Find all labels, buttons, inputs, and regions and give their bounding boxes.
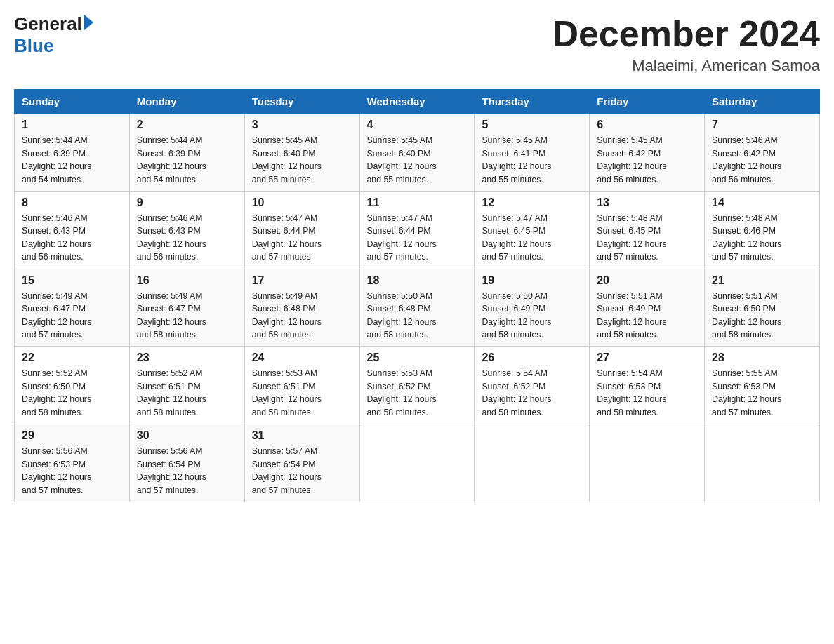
page-header: General Blue December 2024 Malaeimi, Ame…	[14, 14, 820, 75]
day-info: Sunrise: 5:53 AMSunset: 6:52 PMDaylight:…	[367, 368, 437, 417]
day-info: Sunrise: 5:54 AMSunset: 6:53 PMDaylight:…	[597, 368, 666, 417]
col-saturday: Saturday	[705, 90, 820, 114]
calendar-cell: 12 Sunrise: 5:47 AMSunset: 6:45 PMDaylig…	[475, 191, 590, 269]
day-info: Sunrise: 5:44 AMSunset: 6:39 PMDaylight:…	[137, 135, 206, 184]
day-number: 7	[712, 119, 812, 131]
day-info: Sunrise: 5:56 AMSunset: 6:54 PMDaylight:…	[137, 446, 206, 495]
day-number: 30	[137, 429, 237, 442]
calendar-cell: 31 Sunrise: 5:57 AMSunset: 6:54 PMDaylig…	[244, 424, 359, 502]
day-number: 23	[137, 351, 237, 364]
title-block: December 2024 Malaeimi, American Samoa	[552, 14, 820, 75]
week-row-5: 29 Sunrise: 5:56 AMSunset: 6:53 PMDaylig…	[15, 424, 820, 502]
calendar-cell: 10 Sunrise: 5:47 AMSunset: 6:44 PMDaylig…	[244, 191, 359, 269]
day-info: Sunrise: 5:49 AMSunset: 6:47 PMDaylight:…	[22, 291, 91, 340]
day-info: Sunrise: 5:48 AMSunset: 6:45 PMDaylight:…	[597, 213, 666, 262]
location-title: Malaeimi, American Samoa	[552, 57, 820, 75]
day-number: 18	[367, 274, 468, 287]
calendar-cell: 28 Sunrise: 5:55 AMSunset: 6:53 PMDaylig…	[705, 347, 820, 424]
day-number: 9	[137, 196, 237, 209]
calendar-cell: 20 Sunrise: 5:51 AMSunset: 6:49 PMDaylig…	[590, 269, 705, 347]
logo-triangle-icon	[84, 14, 93, 31]
logo-text-general: General	[14, 14, 82, 34]
day-number: 12	[482, 196, 582, 209]
day-info: Sunrise: 5:51 AMSunset: 6:49 PMDaylight:…	[597, 291, 666, 340]
day-info: Sunrise: 5:44 AMSunset: 6:39 PMDaylight:…	[22, 135, 91, 184]
day-info: Sunrise: 5:47 AMSunset: 6:45 PMDaylight:…	[482, 213, 551, 262]
week-row-4: 22 Sunrise: 5:52 AMSunset: 6:50 PMDaylig…	[15, 347, 820, 424]
day-number: 28	[712, 351, 812, 364]
day-info: Sunrise: 5:47 AMSunset: 6:44 PMDaylight:…	[252, 213, 322, 262]
calendar-cell: 25 Sunrise: 5:53 AMSunset: 6:52 PMDaylig…	[359, 347, 475, 424]
calendar-cell: 22 Sunrise: 5:52 AMSunset: 6:50 PMDaylig…	[15, 347, 130, 424]
calendar-cell: 16 Sunrise: 5:49 AMSunset: 6:47 PMDaylig…	[129, 269, 244, 347]
day-info: Sunrise: 5:47 AMSunset: 6:44 PMDaylight:…	[367, 213, 437, 262]
day-number: 21	[712, 274, 812, 287]
day-number: 6	[597, 119, 697, 131]
day-number: 16	[137, 274, 237, 287]
day-info: Sunrise: 5:45 AMSunset: 6:41 PMDaylight:…	[482, 135, 551, 184]
day-number: 19	[482, 274, 582, 287]
day-info: Sunrise: 5:50 AMSunset: 6:48 PMDaylight:…	[367, 291, 437, 340]
col-wednesday: Wednesday	[359, 90, 475, 114]
day-number: 31	[252, 429, 352, 442]
calendar-cell	[475, 424, 590, 502]
day-number: 26	[482, 351, 582, 364]
calendar-cell	[590, 424, 705, 502]
day-info: Sunrise: 5:55 AMSunset: 6:53 PMDaylight:…	[712, 368, 781, 417]
calendar-cell: 26 Sunrise: 5:54 AMSunset: 6:52 PMDaylig…	[475, 347, 590, 424]
day-info: Sunrise: 5:46 AMSunset: 6:43 PMDaylight:…	[137, 213, 206, 262]
col-tuesday: Tuesday	[244, 90, 359, 114]
calendar-cell: 27 Sunrise: 5:54 AMSunset: 6:53 PMDaylig…	[590, 347, 705, 424]
calendar-cell: 9 Sunrise: 5:46 AMSunset: 6:43 PMDayligh…	[129, 191, 244, 269]
day-info: Sunrise: 5:45 AMSunset: 6:40 PMDaylight:…	[367, 135, 437, 184]
day-number: 29	[22, 429, 122, 442]
day-number: 17	[252, 274, 352, 287]
day-number: 25	[367, 351, 468, 364]
calendar-cell: 29 Sunrise: 5:56 AMSunset: 6:53 PMDaylig…	[15, 424, 130, 502]
day-info: Sunrise: 5:53 AMSunset: 6:51 PMDaylight:…	[252, 368, 322, 417]
calendar-cell: 21 Sunrise: 5:51 AMSunset: 6:50 PMDaylig…	[705, 269, 820, 347]
logo: General Blue	[14, 14, 93, 55]
day-number: 13	[597, 196, 697, 209]
day-info: Sunrise: 5:52 AMSunset: 6:51 PMDaylight:…	[137, 368, 206, 417]
calendar-cell: 8 Sunrise: 5:46 AMSunset: 6:43 PMDayligh…	[15, 191, 130, 269]
logo-text-blue: Blue	[14, 36, 53, 56]
day-info: Sunrise: 5:45 AMSunset: 6:40 PMDaylight:…	[252, 135, 322, 184]
day-number: 5	[482, 119, 582, 131]
calendar-cell: 19 Sunrise: 5:50 AMSunset: 6:49 PMDaylig…	[475, 269, 590, 347]
calendar-cell	[705, 424, 820, 502]
calendar-table: Sunday Monday Tuesday Wednesday Thursday…	[14, 89, 820, 502]
day-info: Sunrise: 5:48 AMSunset: 6:46 PMDaylight:…	[712, 213, 781, 262]
calendar-cell: 11 Sunrise: 5:47 AMSunset: 6:44 PMDaylig…	[359, 191, 475, 269]
day-info: Sunrise: 5:45 AMSunset: 6:42 PMDaylight:…	[597, 135, 666, 184]
day-number: 4	[367, 119, 468, 131]
day-info: Sunrise: 5:52 AMSunset: 6:50 PMDaylight:…	[22, 368, 91, 417]
calendar-cell: 4 Sunrise: 5:45 AMSunset: 6:40 PMDayligh…	[359, 114, 475, 192]
day-number: 20	[597, 274, 697, 287]
col-sunday: Sunday	[15, 90, 130, 114]
day-info: Sunrise: 5:56 AMSunset: 6:53 PMDaylight:…	[22, 446, 91, 495]
calendar-cell: 24 Sunrise: 5:53 AMSunset: 6:51 PMDaylig…	[244, 347, 359, 424]
day-number: 24	[252, 351, 352, 364]
calendar-cell: 18 Sunrise: 5:50 AMSunset: 6:48 PMDaylig…	[359, 269, 475, 347]
calendar-cell: 1 Sunrise: 5:44 AMSunset: 6:39 PMDayligh…	[15, 114, 130, 192]
day-number: 1	[22, 119, 122, 131]
week-row-2: 8 Sunrise: 5:46 AMSunset: 6:43 PMDayligh…	[15, 191, 820, 269]
day-info: Sunrise: 5:46 AMSunset: 6:43 PMDaylight:…	[22, 213, 91, 262]
calendar-cell: 17 Sunrise: 5:49 AMSunset: 6:48 PMDaylig…	[244, 269, 359, 347]
col-monday: Monday	[129, 90, 244, 114]
calendar-cell: 3 Sunrise: 5:45 AMSunset: 6:40 PMDayligh…	[244, 114, 359, 192]
calendar-cell: 13 Sunrise: 5:48 AMSunset: 6:45 PMDaylig…	[590, 191, 705, 269]
calendar-cell: 5 Sunrise: 5:45 AMSunset: 6:41 PMDayligh…	[475, 114, 590, 192]
calendar-cell: 2 Sunrise: 5:44 AMSunset: 6:39 PMDayligh…	[129, 114, 244, 192]
day-number: 22	[22, 351, 122, 364]
day-number: 11	[367, 196, 468, 209]
calendar-cell: 6 Sunrise: 5:45 AMSunset: 6:42 PMDayligh…	[590, 114, 705, 192]
day-info: Sunrise: 5:57 AMSunset: 6:54 PMDaylight:…	[252, 446, 322, 495]
day-info: Sunrise: 5:51 AMSunset: 6:50 PMDaylight:…	[712, 291, 781, 340]
week-row-1: 1 Sunrise: 5:44 AMSunset: 6:39 PMDayligh…	[15, 114, 820, 192]
calendar-cell: 30 Sunrise: 5:56 AMSunset: 6:54 PMDaylig…	[129, 424, 244, 502]
calendar-cell: 15 Sunrise: 5:49 AMSunset: 6:47 PMDaylig…	[15, 269, 130, 347]
header-row: Sunday Monday Tuesday Wednesday Thursday…	[15, 90, 820, 114]
day-info: Sunrise: 5:49 AMSunset: 6:47 PMDaylight:…	[137, 291, 206, 340]
